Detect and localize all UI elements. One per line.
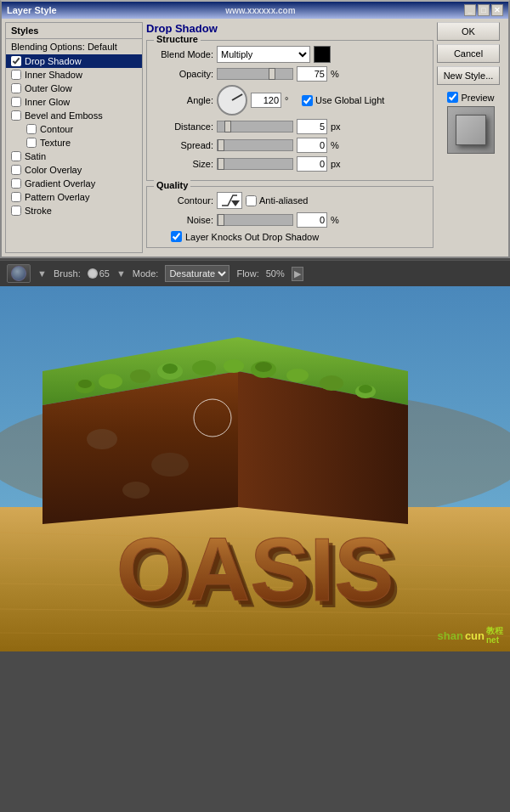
gradient-overlay-checkbox[interactable]	[11, 178, 21, 189]
contour-row: Contour: Anti-aliased	[154, 192, 426, 209]
noise-input[interactable]	[297, 212, 327, 228]
structure-group: Structure Blend Mode: Multiply Normal Sc…	[146, 40, 434, 181]
use-global-light-label: Use Global Light	[302, 95, 384, 106]
sidebar-item-drop-shadow[interactable]: Drop Shadow	[6, 54, 142, 68]
watermark-suffix: 教程net	[486, 626, 503, 645]
quality-group: Quality Contour: Anti-aliased	[146, 186, 434, 248]
sidebar-item-texture[interactable]: Texture	[21, 136, 142, 149]
satin-label: Satin	[25, 151, 46, 161]
sidebar-item-satin[interactable]: Satin	[6, 149, 142, 163]
angle-label: Angle:	[154, 95, 213, 105]
outer-glow-checkbox[interactable]	[11, 83, 21, 93]
inner-shadow-checkbox[interactable]	[11, 70, 21, 80]
sidebar-item-inner-shadow[interactable]: Inner Shadow	[6, 68, 142, 82]
use-global-light-checkbox[interactable]	[302, 95, 313, 106]
preview-checkbox-label: Preview	[447, 92, 494, 103]
svg-point-12	[99, 374, 122, 389]
left-panel: Styles Blending Options: Default Drop Sh…	[5, 22, 143, 253]
preview-checkbox[interactable]	[447, 92, 458, 103]
contour-dropdown-arrow	[231, 200, 240, 206]
drop-shadow-section-title: Drop Shadow	[146, 22, 434, 35]
distance-label: Distance:	[154, 121, 213, 132]
size-slider-container: px	[217, 156, 344, 172]
layer-knocks-checkbox[interactable]	[171, 231, 182, 242]
angle-input[interactable]	[251, 93, 281, 108]
minimize-button[interactable]: _	[464, 4, 476, 16]
dialog-title: Layer Style	[7, 5, 57, 15]
maximize-button[interactable]: □	[478, 4, 490, 16]
brush-size-value: 65	[99, 268, 110, 279]
anti-aliased-checkbox[interactable]	[246, 195, 257, 206]
distance-slider[interactable]	[217, 121, 293, 133]
noise-slider-container: %	[217, 212, 344, 228]
size-row: Size: px	[154, 156, 426, 172]
dialog-subtitle: www.xxxxxx.com	[225, 6, 295, 15]
sidebar-item-inner-glow[interactable]: Inner Glow	[6, 95, 142, 109]
distance-input[interactable]	[297, 119, 327, 134]
inner-glow-checkbox[interactable]	[11, 97, 21, 107]
sidebar-item-stroke[interactable]: Stroke	[6, 204, 142, 217]
opacity-slider[interactable]	[217, 68, 293, 80]
spread-input[interactable]	[297, 138, 327, 153]
svg-point-23	[255, 362, 272, 372]
svg-point-27	[122, 482, 150, 499]
sidebar-item-bevel-emboss[interactable]: Bevel and Emboss	[6, 109, 142, 122]
sidebar-item-color-overlay[interactable]: Color Overlay	[6, 163, 142, 177]
spread-label: Spread:	[154, 140, 213, 150]
contour-checkbox[interactable]	[26, 124, 37, 134]
svg-point-22	[162, 364, 178, 374]
blending-options-item[interactable]: Blending Options: Default	[6, 39, 142, 54]
contour-preview[interactable]	[217, 192, 242, 209]
noise-slider[interactable]	[217, 214, 293, 226]
bevel-emboss-checkbox[interactable]	[11, 110, 21, 121]
drop-shadow-label: Drop Shadow	[25, 56, 82, 66]
structure-title: Structure	[154, 34, 201, 44]
size-unit: px	[331, 159, 344, 169]
drop-shadow-checkbox[interactable]	[11, 56, 21, 66]
sidebar-item-contour[interactable]: Contour	[21, 122, 142, 136]
blend-mode-select[interactable]: Multiply Normal Screen Overlay	[217, 46, 310, 63]
ok-button[interactable]: OK	[437, 22, 500, 41]
drop-shadow-color-swatch[interactable]	[314, 46, 331, 63]
tool-icon-button[interactable]	[7, 264, 31, 283]
brush-dot-icon	[88, 268, 98, 279]
styles-header: Styles	[6, 23, 142, 39]
opacity-unit: %	[331, 69, 344, 79]
noise-unit: %	[331, 215, 344, 225]
stroke-checkbox[interactable]	[11, 206, 21, 216]
close-button[interactable]: ✕	[491, 4, 503, 16]
sidebar-item-gradient-overlay[interactable]: Gradient Overlay	[6, 177, 142, 190]
svg-point-18	[286, 369, 309, 382]
distance-unit: px	[331, 121, 344, 132]
toolbar-dropdown-arrow[interactable]: ▼	[37, 268, 47, 279]
preview-label: Preview	[461, 93, 494, 103]
size-input[interactable]	[297, 156, 327, 172]
svg-point-19	[320, 375, 343, 391]
svg-point-16	[224, 359, 244, 373]
sidebar-item-outer-glow[interactable]: Outer Glow	[6, 82, 142, 95]
spread-slider[interactable]	[217, 139, 293, 151]
stroke-label: Stroke	[25, 206, 52, 216]
new-style-button[interactable]: New Style...	[437, 66, 500, 85]
satin-checkbox[interactable]	[11, 151, 21, 161]
brush-indicator: 65	[88, 268, 110, 279]
texture-label: Texture	[40, 138, 71, 148]
brush-dropdown-arrow[interactable]: ▼	[116, 268, 126, 279]
pattern-overlay-checkbox[interactable]	[11, 192, 21, 202]
canvas-area: OASIS OASIS OASIS shancun 教程net	[0, 286, 510, 651]
watermark: shancun 教程net	[438, 626, 503, 645]
inner-glow-label: Inner Glow	[25, 97, 70, 107]
color-overlay-checkbox[interactable]	[11, 165, 21, 175]
pattern-overlay-label: Pattern Overlay	[25, 192, 89, 202]
flow-increment-button[interactable]: ▶	[292, 267, 303, 281]
cancel-button[interactable]: Cancel	[437, 44, 500, 63]
opacity-input[interactable]	[297, 66, 327, 82]
svg-text:OASIS: OASIS	[116, 520, 394, 619]
svg-point-13	[130, 369, 150, 383]
angle-dial[interactable]	[217, 85, 247, 116]
sidebar-item-pattern-overlay[interactable]: Pattern Overlay	[6, 190, 142, 204]
mode-select[interactable]: Desaturate Saturate Lighten Darken	[165, 265, 230, 282]
size-slider[interactable]	[217, 158, 293, 170]
dialog-body: Styles Blending Options: Default Drop Sh…	[2, 19, 508, 257]
texture-checkbox[interactable]	[26, 138, 37, 148]
